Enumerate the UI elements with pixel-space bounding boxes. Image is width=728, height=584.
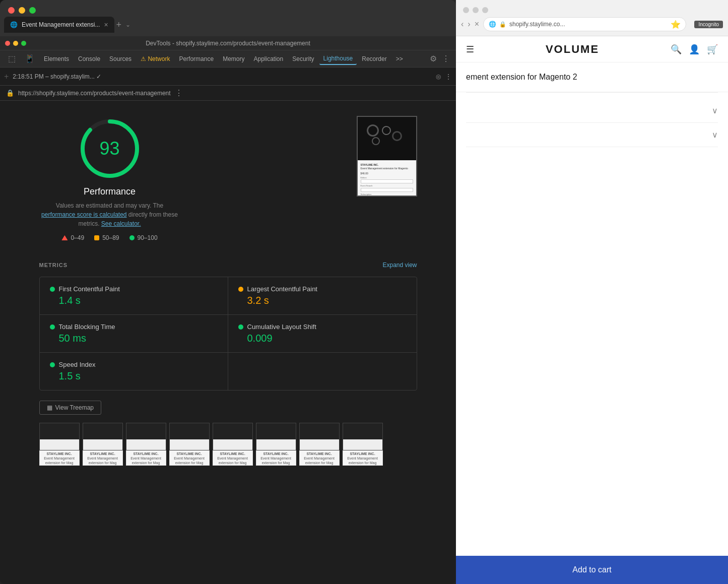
cart-icon[interactable]: 🛒 <box>707 44 718 55</box>
metrics-grid: First Contentful Paint 1.4 s Largest Con… <box>39 277 417 391</box>
url-star-icon[interactable]: ⭐ <box>671 20 681 29</box>
focus-icon[interactable]: ◎ <box>436 73 441 80</box>
search-icon[interactable]: 🔍 <box>671 44 682 55</box>
add-to-cart-button[interactable]: Add to cart <box>572 565 611 574</box>
page-url-icon: 🔒 <box>6 89 14 97</box>
devtools-inspect-icon[interactable]: ⬚ <box>4 52 20 66</box>
metric-label-cls: Cumulative Layout Shift <box>247 323 316 331</box>
add-to-cart-section[interactable]: Add to cart <box>456 556 728 584</box>
more-icon[interactable]: ⋮ <box>445 73 452 81</box>
thumbnail-6: STAYLIME INC. Event Management extension… <box>256 423 296 466</box>
more-options-icon[interactable]: ⋮ <box>440 52 452 66</box>
devtools-add-tab[interactable]: + <box>4 72 9 81</box>
url-lock-icon: 🔒 <box>499 21 506 28</box>
thumb-img-6 <box>256 423 296 450</box>
new-tab-button[interactable]: + <box>116 20 122 30</box>
view-treemap-button[interactable]: ▦ View Treemap <box>39 401 101 415</box>
metrics-title: METRICS <box>39 262 68 268</box>
metric-dot-cls <box>238 325 243 330</box>
product-option-1[interactable]: ∨ <box>466 99 718 123</box>
devtools-minimize[interactable] <box>13 41 18 46</box>
incognito-badge: Incognito <box>694 21 723 28</box>
devtools-traffic-lights <box>5 41 26 46</box>
metric-value-fcp: 1.4 s <box>59 295 218 306</box>
tab-more[interactable]: >> <box>392 53 407 64</box>
thumbnail-5: STAYLIME INC. Event Management extension… <box>213 423 253 466</box>
metrics-section: METRICS Expand view First Contentful Pai… <box>39 262 417 391</box>
shopify-tl-3 <box>482 7 488 13</box>
tab-overflow-button[interactable]: ⌄ <box>125 21 130 28</box>
tab-memory[interactable]: Memory <box>219 53 248 64</box>
score-description: Values are estimated and may vary. The p… <box>39 201 180 228</box>
settings-icon[interactable]: ⚙ <box>428 52 439 66</box>
tab-elements[interactable]: Elements <box>40 53 73 64</box>
browser-back-button[interactable]: ‹ <box>461 20 464 29</box>
product-option-2[interactable]: ∨ <box>466 123 718 147</box>
url-more-icon[interactable]: ⋮ <box>175 88 183 98</box>
thumb-label-5: STAYLIME INC. Event Management extension… <box>213 450 253 466</box>
thumb-img-8 <box>343 423 383 450</box>
thumb-label-3: STAYLIME INC. Event Management extension… <box>126 450 166 466</box>
metric-lcp: Largest Contentful Paint 3.2 s <box>228 277 417 315</box>
maximize-button[interactable] <box>29 7 36 14</box>
thumb-img-7 <box>299 423 340 450</box>
thumb-label-6: STAYLIME INC. Event Management extension… <box>256 450 296 466</box>
metric-cls: Cumulative Layout Shift 0.009 <box>228 315 417 353</box>
devtools-url-bar: + 2:18:51 PM – shopify.staylim... ✓ ◎ ⋮ <box>0 68 456 86</box>
browser-forward-button[interactable]: › <box>468 20 470 29</box>
shopify-tl-1 <box>463 7 469 13</box>
devtools-browser-window: 🌐 Event Management extensi... × + ⌄ DevT… <box>0 0 456 584</box>
metric-dot-si <box>50 362 55 367</box>
performance-score-circle: 93 <box>77 116 143 181</box>
calculator-link[interactable]: See calculator. <box>101 220 141 227</box>
site-logo: VOLUME <box>480 43 665 56</box>
option-1-chevron: ∨ <box>712 106 718 115</box>
lighthouse-panel: 93 Performance Values are estimated and … <box>10 116 446 466</box>
devtools-title: DevTools - shopify.staylime.com/products… <box>146 40 310 47</box>
screenshot-product-info: STAYLIME INC. Event Management extension… <box>358 160 416 196</box>
product-options: ∨ ∨ <box>456 93 728 153</box>
devtools-maximize[interactable] <box>21 41 26 46</box>
metric-label-fcp: First Contentful Paint <box>59 285 120 293</box>
metric-value-lcp: 3.2 s <box>247 295 407 306</box>
performance-score-section: 93 Performance Values are estimated and … <box>39 116 417 241</box>
tab-security[interactable]: Security <box>288 53 318 64</box>
tab-sources[interactable]: Sources <box>105 53 136 64</box>
shopify-browser-chrome: ‹ › × 🌐 🔒 shopify.staylime.co... ⭐ Incog… <box>456 0 728 36</box>
tab-network[interactable]: ⚠ Network <box>137 53 174 64</box>
expand-view-button[interactable]: Expand view <box>382 262 417 269</box>
browser-close-button[interactable]: × <box>475 20 479 29</box>
metric-dot-fcp <box>50 287 55 292</box>
legend-red: 0–49 <box>61 234 84 241</box>
active-tab[interactable]: 🌐 Event Management extensi... × <box>4 17 114 33</box>
devtools-toolbar: ⬚ 📱 Elements Console Sources ⚠ Network P… <box>0 50 456 68</box>
close-button[interactable] <box>8 7 15 14</box>
treemap-icon: ▦ <box>47 404 52 411</box>
url-favicon: 🌐 <box>489 21 496 28</box>
metric-label-si: Speed Index <box>59 361 96 368</box>
account-icon[interactable]: 👤 <box>689 44 700 55</box>
legend-green: 90–100 <box>129 234 158 241</box>
browser-tabs: 🌐 Event Management extensi... × + ⌄ <box>0 17 456 33</box>
hamburger-menu-icon[interactable]: ☰ <box>466 44 474 55</box>
minimize-button[interactable] <box>19 7 25 14</box>
screenshot-dark-bg <box>358 117 416 160</box>
product-main: ement extension for Magento 2 ∨ ∨ Add to… <box>456 62 728 584</box>
tab-performance[interactable]: Performance <box>175 53 218 64</box>
metric-fcp: First Contentful Paint 1.4 s <box>40 277 228 315</box>
thumb-img-4 <box>169 423 210 450</box>
tab-close-button[interactable]: × <box>104 21 108 29</box>
tab-application[interactable]: Application <box>249 53 287 64</box>
performance-score-link[interactable]: performance score is calculated <box>41 211 126 218</box>
tab-lighthouse[interactable]: Lighthouse <box>319 53 357 65</box>
thumb-label-1: STAYLIME INC. Event Management extension… <box>39 450 80 466</box>
shopify-url-bar[interactable]: 🌐 🔒 shopify.staylime.co... ⭐ <box>483 17 686 31</box>
thumb-label-4: STAYLIME INC. Event Management extension… <box>169 450 210 466</box>
tab-recorder[interactable]: Recorder <box>358 53 390 64</box>
product-main-title: ement extension for Magento 2 <box>466 73 718 82</box>
shopify-tl-2 <box>473 7 479 13</box>
tab-console[interactable]: Console <box>74 53 104 64</box>
score-container: 93 Performance Values are estimated and … <box>39 116 180 241</box>
devtools-device-icon[interactable]: 📱 <box>21 52 39 66</box>
devtools-close[interactable] <box>5 41 10 46</box>
